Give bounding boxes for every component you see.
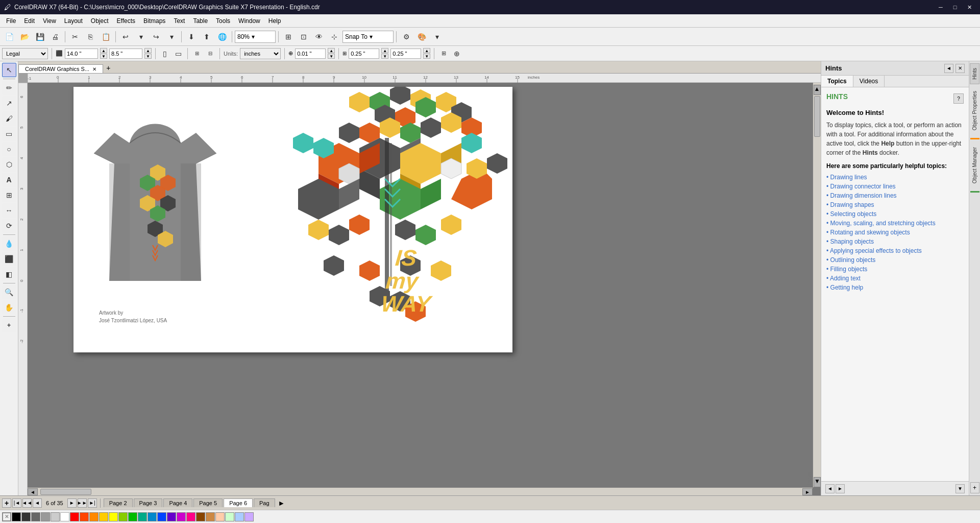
- page-tabs-scroll-right[interactable]: ►: [276, 499, 287, 507]
- color-light-blue[interactable]: [235, 512, 244, 521]
- color-peach[interactable]: [215, 512, 225, 521]
- right-expand-button[interactable]: +: [970, 482, 979, 493]
- page-width-input[interactable]: [65, 49, 98, 59]
- add-tab-button[interactable]: +: [103, 63, 113, 73]
- menu-layout[interactable]: Layout: [60, 16, 87, 26]
- color-orange[interactable]: [89, 512, 99, 521]
- fit-page-button[interactable]: ⊞: [281, 30, 296, 44]
- tab-close-button[interactable]: ✕: [92, 66, 96, 72]
- scroll-right-button[interactable]: ►: [802, 488, 813, 495]
- polygon-tool[interactable]: ⬡: [2, 157, 16, 172]
- hints-forward-button[interactable]: ►: [836, 484, 845, 493]
- rectangle-tool[interactable]: ▭: [2, 127, 16, 141]
- publish-button[interactable]: 🌐: [215, 30, 229, 44]
- hints-link-shaping[interactable]: • Shaping objects: [826, 238, 964, 245]
- landscape-button[interactable]: ▭: [173, 48, 184, 59]
- zoom-tool[interactable]: 🔍: [2, 285, 16, 299]
- hints-scroll-down[interactable]: ▼: [955, 484, 965, 493]
- cut-button[interactable]: ✂: [68, 30, 82, 44]
- color-red[interactable]: [70, 512, 79, 521]
- scroll-down-button[interactable]: ▼: [814, 477, 821, 487]
- redo-dropdown[interactable]: ▾: [164, 30, 179, 44]
- no-color-swatch[interactable]: ✕: [2, 512, 11, 521]
- hints-link-connector-lines[interactable]: • Drawing connector lines: [826, 183, 964, 190]
- hints-back-button[interactable]: ◄: [825, 484, 835, 493]
- page-last-button[interactable]: ►|: [88, 498, 97, 508]
- color-lavender[interactable]: [244, 512, 254, 521]
- snap2-input[interactable]: [390, 49, 421, 59]
- add-page-button[interactable]: ⊕: [451, 48, 462, 59]
- hand-tool[interactable]: ✋: [2, 300, 16, 315]
- page-options-button[interactable]: ⊞: [191, 48, 203, 59]
- options-button[interactable]: ⚙: [399, 30, 413, 44]
- page-tab-6[interactable]: Page 6: [224, 498, 253, 507]
- redo-button[interactable]: ↪: [149, 30, 163, 44]
- table-tool[interactable]: ⊞: [2, 188, 16, 202]
- hints-link-rotating[interactable]: • Rotating and skewing objects: [826, 229, 964, 236]
- menu-view[interactable]: View: [39, 16, 60, 26]
- add-page-tab-button[interactable]: +: [2, 498, 11, 508]
- hints-link-effects[interactable]: • Applying special effects to objects: [826, 247, 964, 254]
- snap-to-dropdown[interactable]: Snap To ▾: [342, 31, 394, 43]
- color-yellow-green[interactable]: [118, 512, 128, 521]
- scrollbar-thumb-v[interactable]: [814, 96, 820, 137]
- hints-help-button[interactable]: ?: [953, 93, 964, 104]
- color-lightgray[interactable]: [51, 512, 60, 521]
- spread-button[interactable]: ⊟: [205, 48, 216, 59]
- artistic-media-tool[interactable]: 🖌: [2, 111, 16, 126]
- print-button[interactable]: 🖨: [48, 30, 62, 44]
- right-tab-hints[interactable]: Hints: [970, 63, 979, 84]
- fill-dropdown-button[interactable]: ▾: [430, 30, 444, 44]
- horizontal-scrollbar[interactable]: ◄ ►: [28, 487, 813, 495]
- copy-button[interactable]: ⎘: [83, 30, 97, 44]
- menu-effects[interactable]: Effects: [113, 16, 139, 26]
- height-up[interactable]: ▲: [144, 48, 152, 53]
- width-up[interactable]: ▲: [100, 48, 107, 53]
- smart-draw-tool[interactable]: ↗: [2, 96, 16, 110]
- transform-button[interactable]: ⊞: [438, 48, 449, 59]
- color-orange-red[interactable]: [80, 512, 89, 521]
- hints-expand-button[interactable]: ◄: [944, 64, 953, 73]
- nudge-up[interactable]: ▲: [328, 48, 335, 53]
- page-first-button[interactable]: |◄: [12, 498, 21, 508]
- snap1-input[interactable]: [349, 49, 379, 59]
- maximize-button[interactable]: □: [948, 2, 962, 12]
- snap2-up[interactable]: ▲: [423, 48, 430, 53]
- connector-tool[interactable]: ⟳: [2, 219, 16, 233]
- transparency-tool[interactable]: ◧: [2, 267, 16, 281]
- page-tab-2[interactable]: Page 2: [104, 498, 133, 507]
- eyedropper-tool[interactable]: 💧: [2, 236, 16, 251]
- menu-help[interactable]: Help: [264, 16, 285, 26]
- page-prev-prev-button[interactable]: ◄◄: [22, 498, 32, 508]
- select-tool[interactable]: ↖: [2, 63, 16, 77]
- scrollbar-thumb-h[interactable]: [40, 489, 91, 495]
- page-height-input[interactable]: [109, 49, 142, 59]
- menu-edit[interactable]: Edit: [20, 16, 39, 26]
- new-button[interactable]: 📄: [2, 30, 16, 44]
- page-tab-5[interactable]: Page 5: [193, 498, 223, 507]
- menu-table[interactable]: Table: [189, 16, 212, 26]
- dimension-tool[interactable]: ↔: [2, 203, 16, 218]
- hints-link-help[interactable]: • Getting help: [826, 284, 964, 291]
- text-tool[interactable]: A: [2, 173, 16, 187]
- scroll-left-button[interactable]: ◄: [28, 488, 38, 495]
- hints-link-outlining[interactable]: • Outlining objects: [826, 256, 964, 264]
- save-button[interactable]: 💾: [33, 30, 47, 44]
- fill-tool[interactable]: ⬛: [2, 252, 16, 266]
- width-down[interactable]: ▼: [100, 54, 107, 59]
- page-tab-3[interactable]: Page 3: [134, 498, 163, 507]
- page-prev-button[interactable]: ◄: [33, 498, 42, 508]
- hints-link-filling[interactable]: • Filling objects: [826, 266, 964, 273]
- zoom-selected-button[interactable]: ⊡: [297, 30, 311, 44]
- color-yellow[interactable]: [109, 512, 118, 521]
- snap2-down[interactable]: ▼: [423, 54, 430, 59]
- canvas-content[interactable]: Artwork by José Tzontlimatzi López, USA: [28, 83, 821, 495]
- zoom-dropdown[interactable]: 80% ▾: [235, 31, 276, 43]
- color-settings-button[interactable]: 🎨: [414, 30, 429, 44]
- menu-window[interactable]: Window: [234, 16, 264, 26]
- menu-object[interactable]: Object: [87, 16, 113, 26]
- close-button[interactable]: ✕: [963, 2, 976, 12]
- height-down[interactable]: ▼: [144, 54, 152, 59]
- hints-link-moving-scaling[interactable]: • Moving, scaling, and stretching object…: [826, 220, 964, 227]
- right-tab-object-properties[interactable]: Object Properties: [970, 86, 979, 135]
